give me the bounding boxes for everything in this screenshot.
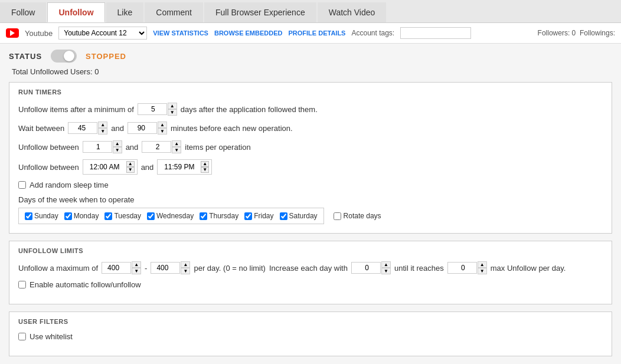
status-label: STATUS xyxy=(9,52,42,61)
max-max-input[interactable] xyxy=(151,262,180,274)
reaches-spinner: ▲ ▼ xyxy=(447,261,487,274)
tab-full-browser[interactable]: Full Browser Experience xyxy=(204,2,316,22)
unfollow-between-label: Unfollow between xyxy=(18,143,79,152)
increase-spinner: ▲ ▼ xyxy=(351,261,391,274)
unfollow-after-up[interactable]: ▲ xyxy=(168,103,177,109)
day-monday: Monday xyxy=(64,212,99,220)
day-monday-checkbox[interactable] xyxy=(64,212,72,220)
user-filters-section: USER FILTERS Use whitelist xyxy=(9,311,612,356)
day-wednesday-checkbox[interactable] xyxy=(147,212,155,220)
time-start-input[interactable] xyxy=(86,162,124,172)
run-timers-title: RUN TIMERS xyxy=(18,88,603,96)
time-end-up[interactable]: ▲ xyxy=(201,161,209,167)
view-statistics-link[interactable]: VIEW STATISTICS xyxy=(153,29,208,37)
profile-details-link[interactable]: PROFILE DETAILS xyxy=(288,29,345,37)
day-tuesday: Tuesday xyxy=(104,212,141,220)
rotate-days-checkbox[interactable] xyxy=(334,212,341,220)
day-tuesday-checkbox[interactable] xyxy=(104,212,112,220)
dash-label: - xyxy=(145,264,147,273)
followers-info: Followers: 0 Followings: xyxy=(538,29,615,37)
day-thursday-checkbox[interactable] xyxy=(200,212,207,220)
auto-follow-label: Enable automatic follow/unfollow xyxy=(30,280,141,289)
auto-follow-checkbox[interactable] xyxy=(18,281,26,288)
rotate-days-wrapper: Rotate days xyxy=(334,212,381,220)
unfollow-items-max-input[interactable] xyxy=(142,141,171,153)
user-filters-title: USER FILTERS xyxy=(18,318,603,325)
max-max-up[interactable]: ▲ xyxy=(181,261,190,268)
unfollow-items-min-down[interactable]: ▼ xyxy=(113,147,122,153)
wait-min-input[interactable] xyxy=(68,122,97,134)
time-end-spinner: ▲ ▼ xyxy=(201,161,209,173)
reaches-down[interactable]: ▼ xyxy=(478,268,487,274)
wait-and-label: and xyxy=(111,124,124,133)
time-start-wrapper: ▲ ▼ xyxy=(83,159,138,175)
tab-follow[interactable]: Follow xyxy=(0,2,46,22)
wait-max-down[interactable]: ▼ xyxy=(158,128,167,135)
time-and-label: and xyxy=(141,163,154,172)
wait-max-up[interactable]: ▲ xyxy=(158,122,167,128)
toggle-thumb xyxy=(64,51,74,61)
unfollow-max-label3: Increase each day with xyxy=(269,264,348,273)
tab-like[interactable]: Like xyxy=(106,2,144,22)
wait-min-up[interactable]: ▲ xyxy=(98,122,107,128)
time-between-label: Unfollow between xyxy=(18,163,79,172)
max-min-down[interactable]: ▼ xyxy=(132,268,141,274)
time-start-up[interactable]: ▲ xyxy=(126,161,135,167)
rotate-days-label: Rotate days xyxy=(344,212,381,220)
time-between-row: Unfollow between ▲ ▼ and ▲ ▼ xyxy=(18,159,603,175)
unfollow-items-min-up[interactable]: ▲ xyxy=(113,140,122,147)
day-saturday-checkbox[interactable] xyxy=(280,212,287,220)
days-container: Sunday Monday Tuesday Wednesday Thursday xyxy=(18,208,324,224)
main-content: STATUS STOPPED Total Unfollowed Users: 0… xyxy=(0,44,621,364)
wait-min-spinner: ▲ ▼ xyxy=(68,122,107,135)
account-selector[interactable]: Youtube Account 12 xyxy=(58,27,147,40)
unfollow-items-max-down[interactable]: ▼ xyxy=(172,147,181,153)
wait-between-row: Wait between ▲ ▼ and ▲ ▼ minutes before … xyxy=(18,122,603,135)
tab-unfollow[interactable]: Unfollow xyxy=(47,2,104,22)
day-sunday: Sunday xyxy=(25,212,58,220)
status-row: STATUS STOPPED xyxy=(9,50,612,63)
unfollow-after-label1: Unfollow items after a minimum of xyxy=(18,105,134,114)
time-end-input[interactable] xyxy=(160,162,198,172)
increase-input[interactable] xyxy=(351,262,381,274)
unfollow-max-row: Unfollow a maximum of ▲ ▼ - ▲ ▼ per day.… xyxy=(18,261,603,274)
unfollow-max-label5: max Unfollow per day. xyxy=(491,264,566,273)
random-sleep-label: Add random sleep time xyxy=(30,181,109,189)
total-unfollowed: Total Unfollowed Users: 0 xyxy=(9,67,612,76)
unfollow-max-spinner: ▲ ▼ xyxy=(142,140,181,153)
tab-watch-video[interactable]: Watch Video xyxy=(318,2,387,22)
increase-up[interactable]: ▲ xyxy=(381,261,391,268)
unfollow-after-down[interactable]: ▼ xyxy=(168,109,177,116)
max-min-up[interactable]: ▲ xyxy=(132,261,141,268)
day-wednesday-label: Wednesday xyxy=(156,212,194,220)
status-toggle[interactable] xyxy=(51,50,77,63)
unfollow-after-input[interactable] xyxy=(138,103,167,115)
tab-comment[interactable]: Comment xyxy=(145,2,203,22)
account-tags-input[interactable] xyxy=(400,27,471,39)
auto-follow-row: Enable automatic follow/unfollow xyxy=(18,280,603,289)
whitelist-checkbox[interactable] xyxy=(18,333,26,340)
unfollow-items-min-input[interactable] xyxy=(83,141,112,153)
random-sleep-checkbox[interactable] xyxy=(18,181,26,189)
time-end-down[interactable]: ▼ xyxy=(201,167,209,173)
unfollow-label2: items per operation xyxy=(185,143,250,152)
max-min-btns: ▲ ▼ xyxy=(132,261,141,274)
top-nav: Follow Unfollow Like Comment Full Browse… xyxy=(0,0,621,23)
max-min-input[interactable] xyxy=(102,262,131,274)
reaches-input[interactable] xyxy=(447,262,477,274)
increase-down[interactable]: ▼ xyxy=(381,268,391,274)
wait-max-input[interactable] xyxy=(128,122,157,134)
day-sunday-checkbox[interactable] xyxy=(25,212,32,220)
unfollow-items-max-up[interactable]: ▲ xyxy=(172,140,181,147)
random-sleep-row: Add random sleep time xyxy=(18,181,603,189)
reaches-up[interactable]: ▲ xyxy=(478,261,487,268)
browse-embedded-link[interactable]: BROWSE EMBEDDED xyxy=(214,29,283,37)
reaches-btns: ▲ ▼ xyxy=(478,261,487,274)
max-max-down[interactable]: ▼ xyxy=(181,268,190,274)
account-bar: Youtube Youtube Account 12 VIEW STATISTI… xyxy=(0,23,621,44)
wait-min-down[interactable]: ▼ xyxy=(98,128,107,135)
time-start-down[interactable]: ▼ xyxy=(126,167,135,173)
unfollow-and-label: and xyxy=(126,143,139,152)
day-friday-checkbox[interactable] xyxy=(244,212,252,220)
unfollow-max-label1: Unfollow a maximum of xyxy=(18,264,98,273)
